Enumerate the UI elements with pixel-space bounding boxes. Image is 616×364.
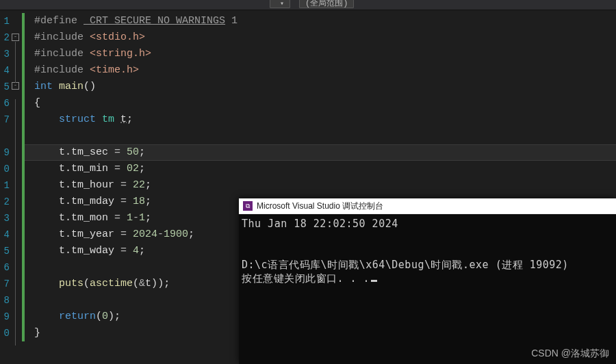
line-number: 8 <box>0 292 10 309</box>
fold-gutter: - - <box>10 10 22 364</box>
line-number: 3 <box>0 210 10 226</box>
code-line: int main() <box>25 79 616 95</box>
line-number: 0 <box>0 325 10 341</box>
watermark: CSDN @洛城苏御 <box>531 348 609 360</box>
vs-icon: ⧉ <box>243 201 253 211</box>
line-number-gutter: 1234567901234567890 <box>0 10 10 364</box>
console-titlebar[interactable]: ⧉ Microsoft Visual Studio 调试控制台 <box>239 198 616 214</box>
code-line: #include <stdio.h> <box>25 29 616 46</box>
breadcrumb-bar: ▾ (全局范围) <box>0 0 616 10</box>
debug-console-window[interactable]: ⧉ Microsoft Visual Studio 调试控制台 Thu Jan … <box>239 198 616 364</box>
fold-toggle-icon[interactable]: - <box>12 82 19 90</box>
line-number: 7 <box>0 112 10 128</box>
code-line: t.tm_hour = 22; <box>25 177 616 194</box>
line-number: 6 <box>0 95 10 112</box>
line-number: 1 <box>0 177 10 194</box>
cursor-icon <box>371 280 377 282</box>
chevron-down-icon: ▾ <box>280 0 284 8</box>
line-number: 3 <box>0 46 10 62</box>
line-number: 7 <box>0 276 10 292</box>
code-line <box>25 128 616 144</box>
fold-toggle-icon[interactable]: - <box>12 34 19 41</box>
line-number <box>0 128 10 144</box>
line-number: 0 <box>0 161 10 177</box>
scope-dropdown[interactable]: (全局范围) <box>299 0 354 8</box>
line-number: 2 <box>0 194 10 210</box>
line-number: 9 <box>0 144 10 161</box>
console-title: Microsoft Visual Studio 调试控制台 <box>257 200 383 212</box>
code-line: t.tm_min = 02; <box>25 161 616 177</box>
line-number: 4 <box>0 62 10 79</box>
code-line: #define _CRT_SECURE_NO_WARNINGS 1 <box>25 13 616 29</box>
code-line: { <box>25 95 616 112</box>
line-number: 6 <box>0 259 10 276</box>
scope-label: (全局范围) <box>305 0 348 8</box>
line-number: 5 <box>0 243 10 259</box>
fold-guide <box>15 99 16 346</box>
code-line: t.tm_sec = 50; <box>25 144 616 161</box>
console-output[interactable]: Thu Jan 18 22:02:50 2024 D:\c语言代码库\时间戳\x… <box>239 214 616 364</box>
code-line: struct tm t; <box>25 112 616 128</box>
line-number: 1 <box>0 13 10 29</box>
fold-guide <box>15 42 16 83</box>
code-line: #include <string.h> <box>25 46 616 62</box>
scope-dropdown-chevron[interactable]: ▾ <box>270 0 290 8</box>
line-number: 4 <box>0 226 10 243</box>
code-line: #include <time.h> <box>25 62 616 79</box>
line-number: 2 <box>0 29 10 46</box>
line-number: 9 <box>0 309 10 325</box>
line-number: 5 <box>0 79 10 95</box>
